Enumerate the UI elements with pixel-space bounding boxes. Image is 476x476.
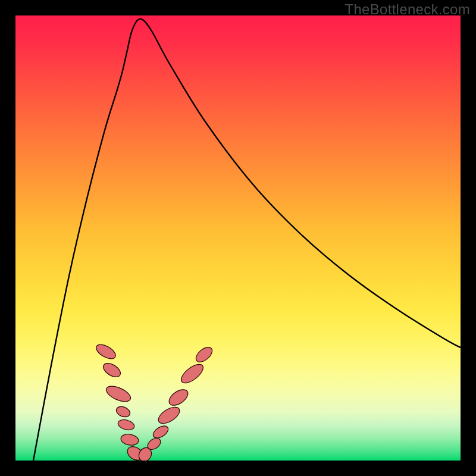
watermark-text: TheBottleneck.com bbox=[345, 1, 470, 18]
plot-frame bbox=[15, 15, 461, 461]
gradient-background bbox=[15, 15, 461, 461]
